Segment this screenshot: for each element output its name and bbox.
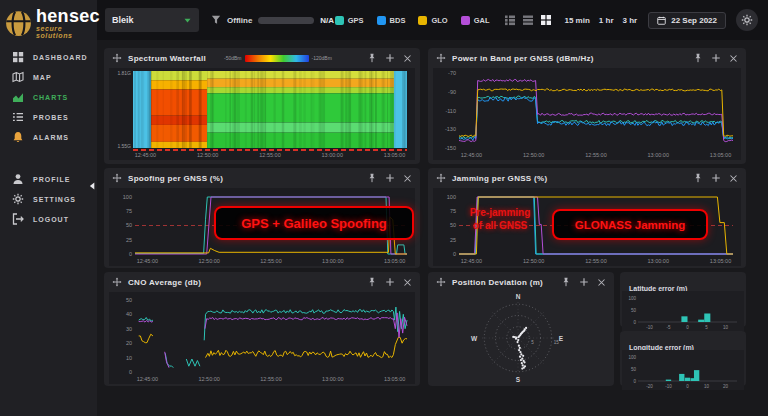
legend-bds[interactable]: BDS	[377, 16, 406, 25]
svg-text:13:00:00: 13:00:00	[648, 152, 669, 158]
sidebar-item-alarms[interactable]: ALARMS	[0, 127, 97, 147]
sidebar-item-logout[interactable]: LOGOUT	[0, 209, 97, 229]
drag-handle-icon[interactable]	[436, 277, 446, 287]
sidebar-item-probes[interactable]: PROBES	[0, 107, 97, 127]
power-in-band-chart[interactable]: -70-90-110-130-15012:45:0012:50:0012:55:…	[433, 68, 741, 160]
latitude-error-chart[interactable]: 050100-10-50510	[622, 291, 744, 331]
pin-icon	[367, 277, 377, 287]
panel-spoofing: Spoofing per GNSS (%) 100755025012:45:00…	[104, 168, 420, 268]
sidebar-item-profile[interactable]: PROFILE	[0, 169, 97, 189]
filter-icon	[211, 15, 221, 25]
add-button[interactable]	[385, 53, 395, 63]
drag-handle-icon[interactable]	[112, 53, 122, 63]
add-button[interactable]	[385, 173, 395, 183]
close-button[interactable]	[403, 54, 412, 63]
brand-name: hensec	[36, 8, 100, 24]
add-button[interactable]	[711, 173, 721, 183]
color-scale-bar	[245, 55, 309, 62]
sidebar-item-label: SETTINGS	[33, 196, 76, 203]
add-button[interactable]	[385, 277, 395, 287]
svg-text:10: 10	[723, 325, 729, 330]
grid-view-icon	[540, 14, 552, 26]
drag-handle-icon[interactable]	[436, 173, 446, 183]
legend-glo[interactable]: GLO	[418, 16, 447, 25]
svg-text:13:05:00: 13:05:00	[710, 258, 731, 264]
logout-icon	[12, 213, 24, 225]
panel-title: Longitude error (m)	[629, 344, 694, 351]
pin-button[interactable]	[693, 173, 703, 183]
close-button[interactable]	[403, 174, 412, 183]
pin-icon	[367, 173, 377, 183]
spectrum-waterfall-chart[interactable]: 1.81G1.55G12:45:0012:50:0012:55:0013:00:…	[109, 68, 415, 160]
svg-text:25: 25	[126, 237, 132, 243]
legend-label: GPS	[348, 16, 364, 25]
svg-text:-90: -90	[448, 89, 456, 95]
pin-button[interactable]	[367, 277, 377, 287]
drag-handle-icon[interactable]	[436, 53, 446, 63]
svg-text:E: E	[559, 335, 564, 342]
date-picker[interactable]: 22 Sep 2022	[648, 12, 726, 29]
close-button[interactable]	[729, 174, 738, 183]
sidebar-item-settings[interactable]: SETTINGS	[0, 189, 97, 209]
legend-gps[interactable]: GPS	[335, 16, 364, 25]
svg-text:50: 50	[126, 222, 132, 228]
svg-text:13:05:00: 13:05:00	[710, 152, 731, 158]
pin-icon	[693, 53, 703, 63]
panel-title: Latitude error (m)	[629, 285, 687, 292]
sidebar-item-charts[interactable]: CHARTS	[0, 87, 97, 107]
range-3-hr[interactable]: 3 hr	[623, 16, 638, 25]
panel-position-deviation: Position Deviation (m) 515NESW	[428, 272, 614, 386]
profile-icon	[12, 173, 24, 185]
panel-power-in-band: Power in Band per GNSS (dBm/Hz) -70-90-1…	[428, 48, 746, 164]
close-icon	[403, 54, 412, 63]
pin-button[interactable]	[367, 173, 377, 183]
waterfall-color-scale: -50dBm -120dBm	[224, 55, 332, 62]
offline-control: Offline N/A	[211, 15, 334, 25]
longitude-error-chart[interactable]: 050100-20-1001020	[622, 350, 744, 390]
panel-title: Spectrum Waterfall	[128, 54, 206, 63]
pin-icon	[693, 173, 703, 183]
svg-text:13:05:00: 13:05:00	[384, 152, 405, 158]
rows-view-button[interactable]	[522, 14, 534, 26]
svg-text:12:45:00: 12:45:00	[137, 376, 158, 382]
svg-text:10: 10	[704, 384, 710, 389]
cno-average-chart[interactable]: 5040302010012:45:0012:50:0012:55:0013:00…	[109, 292, 415, 384]
sidebar: hensec secure solutions DASHBOARDMAPCHAR…	[0, 0, 97, 416]
close-button[interactable]	[403, 278, 412, 287]
settings-button[interactable]	[736, 9, 758, 31]
add-button[interactable]	[579, 277, 589, 287]
close-button[interactable]	[729, 54, 738, 63]
svg-text:20: 20	[723, 384, 729, 389]
list-view-button[interactable]	[504, 14, 516, 26]
drag-handle-icon[interactable]	[112, 277, 122, 287]
legend-swatch	[335, 16, 344, 25]
range-15-min[interactable]: 15 min	[565, 16, 590, 25]
position-deviation-chart[interactable]: 515NESW	[430, 292, 612, 384]
svg-text:100: 100	[628, 355, 636, 360]
drag-handle-icon[interactable]	[112, 173, 122, 183]
range-1-hr[interactable]: 1 hr	[599, 16, 614, 25]
svg-text:10: 10	[126, 355, 132, 361]
svg-text:-110: -110	[445, 108, 456, 114]
close-button[interactable]	[597, 278, 606, 287]
grid-view-button[interactable]	[540, 14, 552, 26]
alarms-icon	[12, 131, 24, 143]
svg-text:100: 100	[123, 194, 132, 200]
probe-site-select[interactable]: Bleik	[105, 8, 199, 32]
svg-text:-150: -150	[445, 145, 456, 151]
pin-button[interactable]	[693, 53, 703, 63]
pin-button[interactable]	[367, 53, 377, 63]
svg-text:13:00:00: 13:00:00	[322, 376, 343, 382]
add-button[interactable]	[711, 53, 721, 63]
sidebar-item-dashboard[interactable]: DASHBOARD	[0, 47, 97, 67]
pin-button[interactable]	[561, 277, 571, 287]
legend-gal[interactable]: GAL	[461, 16, 490, 25]
svg-text:50: 50	[631, 308, 637, 313]
hensec-logo-icon	[5, 10, 32, 37]
sidebar-collapse-button[interactable]	[88, 182, 96, 190]
spoofing-alert-annotation: GPS + Galileo Spoofing	[214, 206, 414, 240]
svg-text:30: 30	[126, 326, 132, 332]
sidebar-item-map[interactable]: MAP	[0, 67, 97, 87]
svg-text:12:45:00: 12:45:00	[137, 258, 158, 264]
offline-slider[interactable]	[258, 17, 314, 24]
